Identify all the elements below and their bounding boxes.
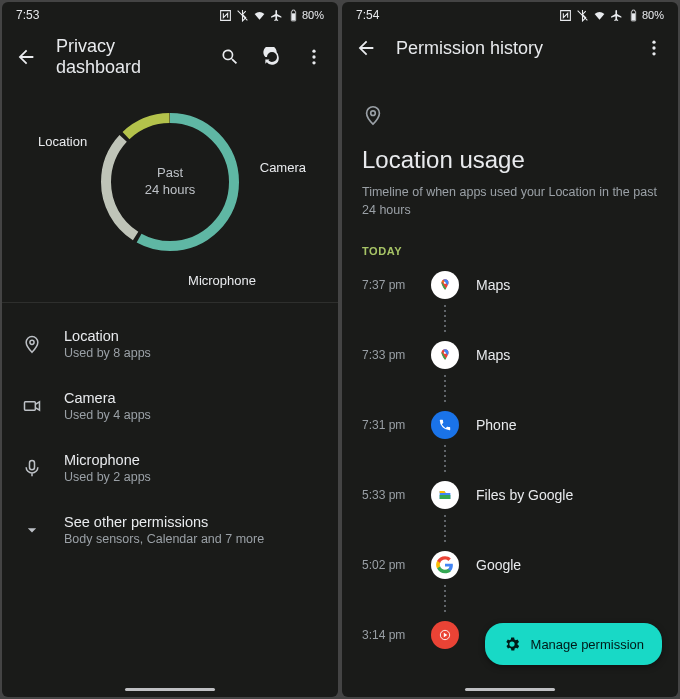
- search-button[interactable]: [218, 45, 242, 69]
- page-header: Location usage Timeline of when apps use…: [342, 70, 678, 219]
- svg-rect-16: [440, 495, 451, 499]
- timeline-item[interactable]: 7:37 pm Maps: [362, 265, 658, 305]
- privacy-dashboard-screen: 7:53 80% Privacy dashboard: [2, 2, 338, 697]
- overflow-button[interactable]: [642, 36, 666, 60]
- bluetooth-off-icon: [236, 9, 249, 22]
- chevron-down-icon: [22, 520, 42, 540]
- youtube-music-icon: [431, 621, 459, 649]
- svg-point-11: [652, 46, 655, 49]
- timeline-connector: [430, 375, 460, 405]
- page-subtitle: Timeline of when apps used your Location…: [362, 184, 658, 219]
- donut-center-l1: Past: [157, 165, 183, 182]
- timeline: 7:37 pm Maps 7:33 pm Maps 7:31 pm Phone …: [342, 265, 678, 655]
- timeline-time: 5:33 pm: [362, 488, 414, 502]
- more-vert-icon: [304, 47, 324, 67]
- back-button[interactable]: [354, 36, 378, 60]
- svg-point-2: [312, 50, 315, 53]
- status-icons: 80%: [219, 9, 324, 22]
- wifi-icon: [593, 9, 606, 22]
- svg-rect-9: [632, 13, 635, 20]
- camera-icon: [22, 396, 42, 416]
- search-icon: [220, 47, 240, 67]
- timeline-item[interactable]: 7:33 pm Maps: [362, 335, 658, 375]
- gesture-bar[interactable]: [125, 688, 215, 691]
- timeline-item[interactable]: 7:31 pm Phone: [362, 405, 658, 445]
- gear-icon: [503, 635, 521, 653]
- app-bar: Privacy dashboard: [2, 24, 338, 88]
- section-today: TODAY: [342, 219, 678, 265]
- bluetooth-off-icon: [576, 9, 589, 22]
- donut-label-microphone: Microphone: [188, 273, 256, 288]
- more-vert-icon: [644, 38, 664, 58]
- battery-percent: 80%: [642, 9, 664, 21]
- timeline-time: 5:02 pm: [362, 558, 414, 572]
- donut-center-l2: 24 hours: [145, 182, 196, 199]
- perm-title: Microphone: [64, 452, 151, 468]
- perm-sub: Used by 2 apps: [64, 470, 151, 484]
- maps-icon: [431, 341, 459, 369]
- timeline-time: 7:33 pm: [362, 348, 414, 362]
- svg-point-5: [30, 340, 34, 344]
- perm-item-location[interactable]: Location Used by 8 apps: [10, 313, 330, 375]
- perm-title: Camera: [64, 390, 151, 406]
- battery-percent: 80%: [302, 9, 324, 21]
- google-icon: [431, 551, 459, 579]
- arrow-back-icon: [355, 37, 377, 59]
- perm-item-camera[interactable]: Camera Used by 4 apps: [10, 375, 330, 437]
- svg-rect-1: [292, 13, 295, 20]
- back-button[interactable]: [14, 45, 38, 69]
- perm-sub: Used by 4 apps: [64, 408, 151, 422]
- timeline-time: 7:37 pm: [362, 278, 414, 292]
- battery-indicator: 80%: [627, 9, 664, 22]
- timeline-connector: [430, 305, 460, 335]
- clock: 7:54: [356, 8, 379, 22]
- usage-donut: Past 24 hours Location Camera Microphone: [2, 88, 338, 266]
- location-icon: [22, 334, 42, 354]
- battery-indicator: 80%: [287, 9, 324, 22]
- appbar-title: Privacy dashboard: [56, 36, 200, 78]
- status-bar: 7:54 80%: [342, 2, 678, 24]
- timeline-connector: [430, 585, 460, 615]
- perm-item-other[interactable]: See other permissions Body sensors, Cale…: [10, 499, 330, 561]
- timeline-time: 7:31 pm: [362, 418, 414, 432]
- overflow-button[interactable]: [302, 45, 326, 69]
- timeline-item[interactable]: 5:02 pm Google: [362, 545, 658, 585]
- perm-item-microphone[interactable]: Microphone Used by 2 apps: [10, 437, 330, 499]
- donut-label-camera: Camera: [260, 160, 306, 175]
- airplane-icon: [270, 9, 283, 22]
- airplane-icon: [610, 9, 623, 22]
- svg-point-10: [652, 41, 655, 44]
- timeline-connector: [430, 445, 460, 475]
- refresh-button[interactable]: [260, 45, 284, 69]
- location-icon: [362, 104, 384, 126]
- timeline-item[interactable]: 5:33 pm Files by Google: [362, 475, 658, 515]
- perm-sub: Used by 8 apps: [64, 346, 151, 360]
- timeline-app: Maps: [476, 277, 510, 293]
- timeline-app: Maps: [476, 347, 510, 363]
- status-icons: 80%: [559, 9, 664, 22]
- svg-point-13: [371, 111, 376, 116]
- nfc-icon: [219, 9, 232, 22]
- manage-permission-button[interactable]: Manage permission: [485, 623, 662, 665]
- phone-icon: [431, 411, 459, 439]
- gesture-bar[interactable]: [465, 688, 555, 691]
- battery-icon: [627, 9, 640, 22]
- files-icon: [431, 481, 459, 509]
- timeline-app: Google: [476, 557, 521, 573]
- timeline-time: 3:14 pm: [362, 628, 414, 642]
- page-title: Location usage: [362, 146, 658, 174]
- permission-list: Location Used by 8 apps Camera Used by 4…: [2, 307, 338, 561]
- fab-label: Manage permission: [531, 637, 644, 652]
- timeline-app: Files by Google: [476, 487, 573, 503]
- maps-icon: [431, 271, 459, 299]
- donut-center: Past 24 hours: [86, 98, 254, 266]
- donut-label-location: Location: [38, 134, 87, 149]
- timeline-app: Phone: [476, 417, 516, 433]
- microphone-icon: [22, 458, 42, 478]
- svg-point-3: [312, 55, 315, 58]
- refresh-icon: [262, 47, 282, 67]
- svg-rect-6: [25, 402, 36, 410]
- perm-title: See other permissions: [64, 514, 264, 530]
- perm-sub: Body sensors, Calendar and 7 more: [64, 532, 264, 546]
- clock: 7:53: [16, 8, 39, 22]
